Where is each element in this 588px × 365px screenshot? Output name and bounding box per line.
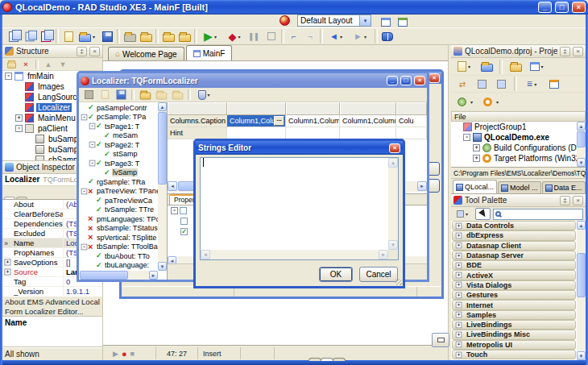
export-all-button[interactable]	[170, 89, 184, 102]
view-tab[interactable]	[321, 358, 333, 361]
component-tree-item[interactable]: meSam	[79, 131, 158, 141]
component-tree-item[interactable]: pcSample: TPa	[79, 113, 158, 122]
project-tree-item[interactable]: Build Configurations (Debug)	[451, 143, 586, 153]
chevron-down-icon[interactable]: ▾	[464, 211, 470, 217]
menu-item[interactable]	[104, 20, 115, 22]
scroll-down-arrow[interactable]: ▼	[388, 240, 398, 250]
scroll-up-arrow[interactable]: ▲	[158, 102, 167, 111]
expand-toggle[interactable]	[81, 243, 88, 250]
chevron-down-icon[interactable]: ▾	[338, 34, 344, 39]
menu-item[interactable]	[115, 20, 126, 22]
checkbox-unchecked[interactable]	[180, 218, 188, 225]
menu-item[interactable]	[59, 20, 70, 22]
tree-horizontal-scrollbar[interactable]: ►	[79, 271, 158, 280]
scroll-down-arrow[interactable]: ▼	[158, 262, 167, 271]
menu-item[interactable]	[48, 20, 59, 22]
palette-category[interactable]: dbExpress	[452, 230, 576, 240]
project-tree-item[interactable]: Target Platforms (Win32)	[451, 153, 586, 164]
component-tree-item[interactable]: spVertical: TSplitte	[79, 233, 158, 243]
info-line[interactable]: About EMS Advanced Localizer...	[5, 297, 100, 307]
expand-toggle[interactable]	[463, 134, 470, 141]
refresh-button[interactable]	[546, 77, 562, 92]
translation-grid-row[interactable]: Columns.Caption Column1,Colum... Column1…	[168, 115, 427, 127]
expand-toggle[interactable]	[5, 73, 12, 80]
open-file-button[interactable]: ▾	[77, 29, 99, 44]
inspector-tab[interactable]	[4, 197, 15, 199]
desktop-layout-combo[interactable]: Default Layout ▾	[297, 15, 371, 27]
cancel-button[interactable]: Cancel	[359, 267, 398, 282]
chevron-down-icon[interactable]: ▾	[91, 34, 97, 39]
localizer-minimize-button[interactable]: _	[387, 76, 398, 85]
editor-tab[interactable]: MainF	[186, 45, 233, 60]
scroll-left-arrow[interactable]: ◄	[168, 181, 177, 191]
scroll-right-arrow[interactable]: ►	[149, 271, 158, 280]
component-tree-item[interactable]: tbSample: TToolBa	[79, 243, 158, 252]
expand-toggle[interactable]	[4, 268, 10, 275]
property-value[interactable]: 1.9.1.1	[63, 287, 102, 296]
localizer-titlebar[interactable]: Localizer: TQFormLocalizer _ □ ×	[79, 73, 427, 88]
expand-toggle[interactable]	[89, 160, 96, 167]
palette-category[interactable]: Vista Dialogs	[452, 280, 576, 290]
expand-toggle[interactable]	[456, 292, 462, 298]
dock-tab[interactable]: Model ...	[498, 181, 541, 193]
palette-category[interactable]: Samples	[452, 310, 576, 320]
grid-column-header[interactable]	[286, 102, 340, 115]
component-tree-item[interactable]: tbuAbout: TTo	[79, 251, 158, 261]
save-translations-button[interactable]	[114, 89, 128, 102]
export-button[interactable]	[154, 89, 168, 102]
back-button[interactable]: ◄▾	[325, 29, 349, 44]
minimize-button[interactable]: _	[538, 2, 552, 13]
expand-toggle[interactable]	[456, 252, 462, 259]
close-icon[interactable]: ×	[89, 47, 100, 56]
scroll-down-arrow[interactable]: ▼	[577, 351, 586, 360]
chevron-down-icon[interactable]: ▾	[532, 81, 538, 87]
expand-toggle[interactable]	[456, 263, 462, 269]
expand-toggle[interactable]	[456, 233, 462, 239]
open-project-button[interactable]	[138, 29, 154, 44]
palette-category[interactable]: Data Controls	[452, 221, 576, 230]
run-without-debugging-button[interactable]: ◆▾	[223, 29, 247, 44]
localizer-maximize-button[interactable]: □	[400, 76, 412, 85]
localizer-close-button[interactable]: ×	[414, 76, 425, 85]
palette-category[interactable]: Internet	[452, 300, 576, 309]
show-source-button[interactable]: ▾	[527, 59, 548, 74]
save-all-button[interactable]	[122, 29, 138, 44]
scroll-down-arrow[interactable]: ▼	[577, 158, 586, 167]
maximize-button[interactable]: □	[555, 2, 569, 13]
expand-toggle[interactable]	[171, 207, 178, 214]
ellipsis-button[interactable]: ...	[274, 116, 284, 126]
checkbox-unchecked[interactable]	[180, 207, 187, 214]
project-tree-scrollbar[interactable]: ▲ ▼	[577, 122, 586, 167]
menu-item[interactable]	[14, 20, 25, 22]
palette-category[interactable]: Datasnap Server	[452, 251, 576, 260]
project-tree-item[interactable]: ProjectGroup1	[451, 122, 586, 132]
expand-toggle[interactable]	[81, 188, 88, 194]
grid-cell-english[interactable]: Column1,Column2	[286, 115, 340, 127]
component-tree-item[interactable]: stSamp	[79, 150, 158, 160]
menu-item[interactable]	[25, 20, 36, 22]
dock-tab[interactable]: Data E...	[542, 181, 586, 193]
grid-column-header[interactable]	[168, 102, 227, 115]
close-icon[interactable]: ×	[573, 196, 583, 205]
expand-toggle[interactable]	[15, 125, 23, 132]
dock-tab[interactable]: QLocal...	[453, 180, 497, 193]
grid-cell-german[interactable]: Colu	[396, 115, 427, 127]
expand-toggle[interactable]	[473, 155, 480, 162]
tree-vertical-scrollbar[interactable]: ▲ ▼	[158, 102, 167, 271]
checkbox-checked[interactable]	[180, 228, 188, 235]
expand-toggle[interactable]	[456, 243, 462, 249]
chevron-down-icon[interactable]: ▾	[466, 64, 472, 69]
expand-toggle[interactable]	[456, 321, 462, 328]
form-stub-button[interactable]	[432, 333, 449, 347]
search-input[interactable]	[503, 210, 581, 218]
stop-button[interactable]	[81, 89, 96, 102]
scroll-thumb[interactable]	[80, 271, 128, 280]
info-line[interactable]: Form Localizer Editor...	[5, 307, 100, 317]
view-tab[interactable]	[333, 358, 346, 361]
translation-grid-row[interactable]: Hint ...	[168, 127, 427, 139]
new-items-button[interactable]	[6, 29, 22, 44]
editor-tab[interactable]: Welcome Page	[108, 47, 184, 60]
palette-category[interactable]: ActiveX	[452, 270, 576, 280]
component-tree-item[interactable]: paTreeViewCa	[79, 196, 158, 205]
expand-toggle[interactable]	[81, 114, 88, 120]
